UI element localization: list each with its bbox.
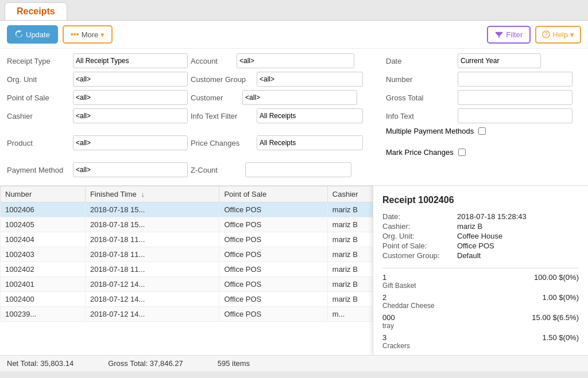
mark-price-label: Mark Price Changes — [386, 148, 454, 157]
gross-total-input[interactable] — [458, 90, 572, 105]
item-num: 1 — [382, 273, 386, 282]
payment-method-label: Payment Method — [7, 166, 73, 174]
pos-key: Point of Sale: — [382, 241, 457, 250]
date-select[interactable]: Current Year — [458, 53, 541, 68]
org-key: Org. Unit: — [382, 232, 457, 240]
customer-select[interactable]: <all> — [242, 90, 357, 105]
col-finished-time[interactable]: Finished Time ↓ — [85, 186, 219, 202]
cell-finished-time: 2018-07-18 11... — [85, 232, 219, 247]
z-count-label: Z-Count — [191, 166, 245, 174]
item-price: 1.50 $(0%) — [542, 333, 579, 342]
cell-finished-time: 2018-07-12 14... — [85, 307, 219, 322]
account-select[interactable]: <all> — [237, 53, 354, 68]
item-num: 2 — [382, 293, 386, 302]
item-price: 15.00 $(6.5%) — [532, 313, 579, 322]
org-unit-label: Org. Unit — [7, 75, 73, 84]
cell-number: 1002401 — [1, 277, 86, 292]
cell-finished-time: 2018-07-18 11... — [85, 262, 219, 277]
receipt-type-label: Receipt Type — [7, 57, 73, 65]
cell-number: 1002406 — [1, 202, 86, 217]
customer-group-select[interactable]: <all> — [257, 72, 363, 87]
cg-key: Customer Group: — [382, 251, 457, 260]
account-label: Account — [191, 57, 237, 65]
item-name: tray — [382, 322, 579, 330]
cell-pos: Office POS — [219, 292, 327, 307]
customer-group-label: Customer Group — [191, 75, 257, 84]
item-name: Cheddar Cheese — [382, 302, 579, 310]
cell-number: 1002403 — [1, 247, 86, 262]
toolbar: Update ••• More ▾ Filter ? Help — [0, 21, 588, 49]
receipt-info: Date: 2018-07-18 15:28:43 Cashier: mariz… — [382, 212, 579, 260]
receipt-item: 1 100.00 $(0%) Gift Basket — [382, 273, 579, 290]
cell-finished-time: 2018-07-12 14... — [85, 277, 219, 292]
multiple-payment-row: Multiple Payment Methods — [386, 127, 486, 135]
product-select[interactable]: <all> — [73, 135, 188, 150]
cell-pos: Office POS — [219, 277, 327, 292]
item-price: 1.00 $(0%) — [542, 293, 579, 302]
multiple-payment-checkbox[interactable] — [478, 127, 486, 135]
sort-arrow: ↓ — [141, 190, 145, 198]
cell-number: 1002404 — [1, 232, 86, 247]
receipt-items: 1 100.00 $(0%) Gift Basket 2 1.00 $(0%) … — [382, 273, 579, 350]
date-key: Date: — [382, 212, 457, 221]
cell-pos: Office POS — [219, 247, 327, 262]
cell-finished-time: 2018-07-18 15... — [85, 202, 219, 217]
cashier-select[interactable]: <all> — [73, 108, 188, 123]
item-price: 100.00 $(0%) — [534, 273, 579, 282]
mark-price-checkbox[interactable] — [458, 149, 466, 156]
col-pos[interactable]: Point of Sale — [219, 186, 327, 202]
date-label: Date — [386, 57, 458, 65]
receipts-tab[interactable]: Receipts — [5, 2, 67, 20]
cell-pos: Office POS — [219, 217, 327, 232]
help-button[interactable]: ? Help ▾ — [535, 26, 581, 44]
item-name: Gift Basket — [382, 282, 579, 290]
info-text-input[interactable] — [458, 108, 572, 123]
receipt-type-select[interactable]: All Receipt Types — [73, 53, 188, 68]
table-footer: Net Total: 35,803.14 Gross Total: 37,846… — [0, 355, 588, 371]
pos-val: Office POS — [457, 241, 494, 250]
cell-number: 1002402 — [1, 262, 86, 277]
info-text-filter-select[interactable]: All Receipts — [257, 108, 363, 123]
multiple-payment-label: Multiple Payment Methods — [386, 127, 474, 135]
filter-button[interactable]: Filter — [487, 26, 531, 44]
product-label: Product — [7, 139, 73, 147]
number-input[interactable] — [458, 72, 572, 87]
footer-net-total: Net Total: 35,803.14 — [7, 359, 74, 368]
cell-finished-time: 2018-07-18 15... — [85, 217, 219, 232]
z-count-input[interactable] — [245, 162, 351, 177]
org-unit-select[interactable]: <all> — [73, 72, 188, 87]
update-button[interactable]: Update — [7, 25, 58, 44]
price-changes-label: Price Changes — [191, 139, 257, 147]
more-button[interactable]: ••• More ▾ — [63, 25, 113, 44]
help-icon: ? — [542, 30, 550, 38]
pos-select[interactable]: <all> — [73, 90, 188, 105]
cashier-val: mariz B — [457, 222, 482, 231]
update-icon — [15, 30, 23, 38]
svg-text:?: ? — [544, 31, 548, 38]
receipt-item: 000 15.00 $(6.5%) tray — [382, 313, 579, 330]
info-text-label: Info Text — [386, 112, 458, 120]
item-num: 3 — [382, 333, 386, 342]
item-num: 000 — [382, 313, 395, 322]
cell-pos: Office POS — [219, 202, 327, 217]
cg-val: Default — [457, 251, 481, 260]
payment-method-select[interactable]: <all> — [73, 162, 188, 177]
cell-number: 100239... — [1, 307, 86, 322]
info-text-filter-label: Info Text Filter — [191, 112, 257, 120]
col-number[interactable]: Number — [1, 186, 86, 202]
cell-finished-time: 2018-07-12 14... — [85, 292, 219, 307]
date-val: 2018-07-18 15:28:43 — [457, 212, 527, 221]
receipt-item: 3 1.50 $(0%) Crackers — [382, 333, 579, 350]
point-of-sale-label: Point of Sale — [7, 93, 73, 102]
cell-pos: Office POS — [219, 262, 327, 277]
filter-area: Receipt Type All Receipt Types Account <… — [0, 49, 588, 186]
org-val: Coffee House — [457, 232, 502, 240]
price-changes-select[interactable]: All Receipts — [257, 135, 363, 150]
footer-gross-total: Gross Total: 37,846.27 — [108, 359, 183, 368]
filter-icon — [495, 30, 503, 38]
number-label: Number — [386, 75, 458, 84]
receipt-divider — [382, 268, 579, 268]
cell-pos: Office POS — [219, 307, 327, 322]
gross-total-label: Gross Total — [386, 93, 458, 102]
cell-finished-time: 2018-07-18 11... — [85, 247, 219, 262]
